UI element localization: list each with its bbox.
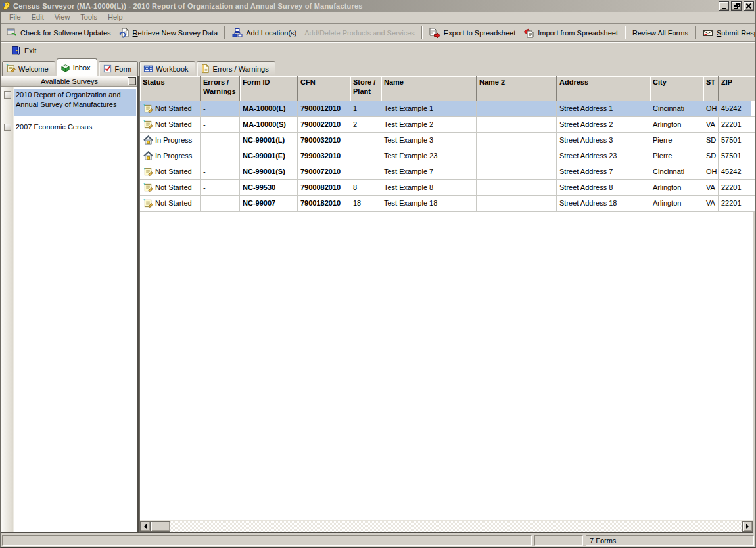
- store-plant-cell: 18: [350, 196, 381, 212]
- scrollbar-thumb[interactable]: [151, 521, 170, 532]
- column-header-city[interactable]: City: [650, 76, 703, 101]
- cfn-cell: 7900022010: [298, 117, 350, 133]
- name-cell: Test Example 3: [381, 133, 477, 148]
- address-cell: Street Address 2: [557, 117, 650, 133]
- form-id-cell: NC-99001(E): [240, 148, 298, 164]
- submit-icon: [703, 28, 713, 38]
- retrieve-survey-data-button[interactable]: Retrieve New Survey Data: [115, 26, 222, 40]
- import-spreadsheet-button[interactable]: Import from Spreadsheet: [519, 26, 622, 40]
- horizontal-scrollbar[interactable]: [140, 520, 753, 532]
- review-all-forms-button[interactable]: Review All Forms: [628, 26, 692, 40]
- st-cell: OH: [703, 164, 719, 180]
- restore-icon: [734, 3, 740, 9]
- scroll-left-icon: [141, 524, 147, 529]
- survey-tree-item[interactable]: 2007 Economic Census: [1, 121, 137, 135]
- inbox-forms-panel: Status Errors / Warnings Form ID CFN Sto…: [139, 76, 753, 533]
- menu-file[interactable]: File: [4, 12, 26, 22]
- table-row[interactable]: Not Started - MA-10000(L) 7900012010 1 T…: [140, 101, 753, 117]
- collapse-expander-icon[interactable]: [4, 91, 11, 99]
- toolbar-separator: [625, 26, 626, 39]
- city-cell: Arlington: [650, 196, 703, 212]
- status-icon: [143, 151, 153, 162]
- column-header-status[interactable]: Status: [140, 76, 201, 101]
- collapse-expander-icon[interactable]: [4, 124, 11, 131]
- table-row[interactable]: Not Started - MA-10000(S) 7900022010 2 T…: [140, 117, 753, 133]
- inbox-icon: [60, 62, 70, 72]
- survey-tree-item[interactable]: 2010 Report of Organization and Annual S…: [1, 89, 137, 116]
- zip-cell: 45242: [719, 101, 751, 117]
- exit-button[interactable]: Exit: [7, 43, 40, 58]
- zip-cell: 22201: [719, 196, 751, 212]
- cfn-cell: 7900012010: [298, 101, 350, 117]
- cfn-cell: 7900072010: [298, 164, 350, 180]
- status-text: Not Started: [155, 117, 192, 132]
- workbook-icon: [143, 64, 153, 74]
- table-row[interactable]: In Progress NC-99001(E) 7990032010 Test …: [140, 148, 753, 164]
- column-header-name2[interactable]: Name 2: [477, 76, 557, 101]
- tab-strip: Welcome Inbox Form Workbook: [1, 58, 755, 76]
- minimize-icon: [722, 8, 726, 9]
- column-header-zip[interactable]: ZIP: [719, 76, 751, 101]
- exit-icon: [11, 45, 21, 56]
- status-icon: [143, 198, 153, 209]
- tab-inbox[interactable]: Inbox: [57, 58, 97, 76]
- panel-collapse-button[interactable]: [128, 77, 136, 85]
- zip-cell: 22201: [719, 117, 751, 133]
- check-updates-button[interactable]: Check for Software Updates: [3, 26, 115, 40]
- survey-item-label[interactable]: 2007 Economic Census: [14, 121, 136, 135]
- close-button[interactable]: [744, 1, 754, 11]
- status-panel-main: [2, 535, 532, 546]
- status-icon: [143, 135, 153, 146]
- available-surveys-header: Available Surveys: [1, 76, 137, 87]
- table-row[interactable]: Not Started - NC-99530 7900082010 8 Test…: [140, 180, 753, 196]
- column-header-store-plant[interactable]: Store / Plant: [350, 76, 381, 101]
- column-header-name[interactable]: Name: [381, 76, 477, 101]
- column-header-cfn[interactable]: CFN: [298, 76, 350, 101]
- errors-cell: -: [201, 101, 240, 117]
- address-cell: Street Address 18: [557, 196, 650, 212]
- menu-view[interactable]: View: [49, 12, 76, 22]
- scroll-right-button[interactable]: [742, 521, 753, 532]
- st-cell: VA: [703, 117, 719, 133]
- tab-errors-warnings[interactable]: Errors / Warnings: [197, 61, 275, 76]
- minimize-button[interactable]: [719, 1, 729, 11]
- menu-edit[interactable]: Edit: [26, 12, 49, 22]
- name-cell: Test Example 2: [381, 117, 477, 133]
- errors-cell: [201, 133, 240, 148]
- st-cell: VA: [703, 196, 719, 212]
- table-row[interactable]: Not Started - NC-99007 7900182010 18 Tes…: [140, 196, 753, 212]
- column-header-errors-warnings[interactable]: Errors / Warnings: [201, 76, 240, 101]
- st-cell: OH: [703, 101, 719, 117]
- form-id-cell: MA-10000(S): [240, 117, 298, 133]
- form-id-cell: NC-99530: [240, 180, 298, 196]
- name-cell: Test Example 23: [381, 148, 477, 164]
- column-header-address[interactable]: Address: [557, 76, 650, 101]
- store-plant-cell: 1: [350, 101, 381, 117]
- menu-help[interactable]: Help: [103, 12, 128, 22]
- column-header-form-id[interactable]: Form ID: [240, 76, 298, 101]
- status-icon: [143, 183, 153, 193]
- table-row[interactable]: Not Started - NC-99001(S) 7900072010 Tes…: [140, 164, 753, 180]
- errors-cell: [201, 148, 240, 164]
- city-cell: Pierre: [650, 133, 703, 148]
- scroll-left-button[interactable]: [140, 521, 151, 532]
- survey-item-label[interactable]: 2010 Report of Organization and Annual S…: [14, 89, 136, 116]
- add-locations-button[interactable]: Add Location(s): [228, 26, 300, 40]
- restore-button[interactable]: [731, 1, 742, 11]
- tab-form[interactable]: Form: [99, 61, 139, 76]
- store-plant-cell: [350, 148, 381, 164]
- form-id-cell: NC-99001(L): [240, 133, 298, 148]
- table-row[interactable]: In Progress NC-99001(L) 7900032010 Test …: [140, 133, 753, 148]
- name2-cell: [477, 164, 557, 180]
- status-bar: 7 Forms: [1, 533, 755, 547]
- store-plant-cell: [350, 133, 381, 148]
- export-spreadsheet-button[interactable]: Export to Spreadsheet: [425, 26, 519, 40]
- tab-workbook[interactable]: Workbook: [139, 61, 195, 76]
- cfn-cell: 7900182010: [298, 196, 350, 212]
- status-icon: [143, 120, 153, 130]
- menu-tools[interactable]: Tools: [75, 12, 103, 22]
- submit-responses-button[interactable]: Submit Responses: [699, 26, 756, 40]
- status-text: In Progress: [155, 133, 192, 148]
- tab-welcome[interactable]: Welcome: [2, 61, 55, 76]
- column-header-st[interactable]: ST: [703, 76, 719, 101]
